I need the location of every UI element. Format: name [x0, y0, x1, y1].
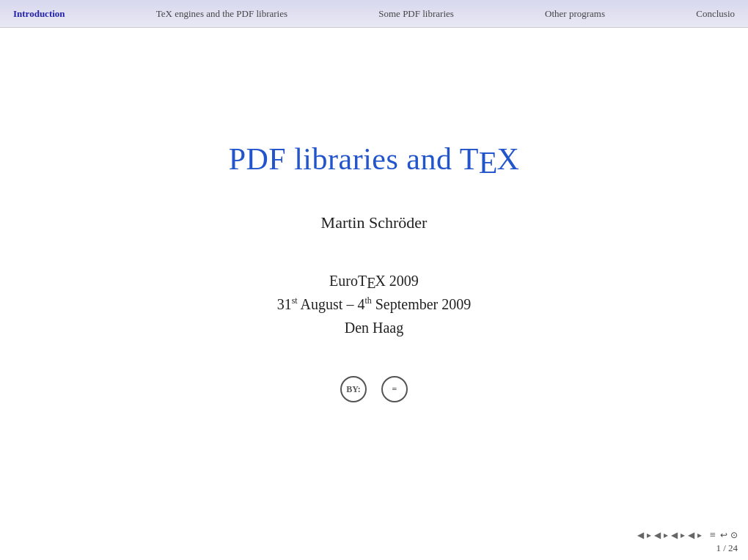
title-text-prefix: PDF libraries and T — [229, 142, 479, 176]
author-name: Martin Schröder — [321, 213, 428, 232]
search-icon[interactable]: ↩ — [720, 530, 727, 541]
license-icons: BY: = — [340, 376, 408, 402]
conf-tex-x-suffix: X 2009 — [375, 273, 418, 289]
arrow-right-4[interactable]: ▸ — [697, 530, 703, 541]
page-separator: / — [723, 542, 726, 553]
conference-info: EuroTEX 2009 31st August – 4th September… — [277, 269, 472, 339]
conference-line3: Den Haag — [277, 316, 472, 339]
nav-item-other-programs[interactable]: Other programs — [539, 5, 611, 23]
arrow-left-2[interactable]: ◀ — [653, 530, 661, 541]
sup-th: th — [364, 295, 371, 306]
license-by-label: BY: — [346, 384, 361, 395]
arrow-left-1[interactable]: ◀ — [637, 530, 645, 541]
nav-item-intro[interactable]: Introduction — [7, 5, 71, 23]
conference-line2: 31st August – 4th September 2009 — [277, 292, 472, 316]
menu-icon[interactable]: ≡ — [710, 529, 716, 541]
arrow-left-3[interactable]: ◀ — [670, 530, 678, 541]
license-eq-icon: = — [381, 376, 408, 402]
nav-item-conclusion[interactable]: Conclusio — [690, 5, 741, 23]
nav-item-pdf-libs[interactable]: Some PDF libraries — [373, 5, 460, 23]
title-tex-x: X — [497, 142, 520, 176]
conf-eurotex-prefix: EuroT — [329, 273, 367, 289]
zoom-icon[interactable]: ⊙ — [730, 530, 738, 541]
conf-tex-e: E — [367, 275, 375, 291]
arrow-right-1[interactable]: ▸ — [646, 530, 652, 541]
license-eq-label: = — [392, 384, 397, 395]
page-indicator: 1 / 24 — [716, 542, 738, 554]
arrow-right-2[interactable]: ▸ — [663, 530, 669, 541]
slide-title: PDF libraries and TEX — [229, 141, 520, 177]
conference-line1: EuroTEX 2009 — [277, 269, 472, 292]
page-total: 24 — [728, 542, 738, 553]
license-by-icon: BY: — [340, 376, 367, 402]
bottom-controls: ◀ ▸ ◀ ▸ ◀ ▸ ◀ ▸ ≡ ↩ ⊙ 1 / 24 — [0, 529, 748, 554]
slide-content: PDF libraries and TEX Martin Schröder Eu… — [0, 28, 748, 560]
navigation-bar: Introduction TeX engines and the PDF lib… — [0, 0, 748, 28]
arrow-left-4[interactable]: ◀ — [687, 530, 695, 541]
sup-st: st — [292, 295, 298, 306]
nav-item-tex-engines[interactable]: TeX engines and the PDF libraries — [150, 5, 293, 23]
arrow-right-3[interactable]: ▸ — [680, 530, 686, 541]
page-current: 1 — [716, 542, 721, 553]
nav-arrows: ◀ ▸ ◀ ▸ ◀ ▸ ◀ ▸ ≡ ↩ ⊙ — [637, 529, 738, 541]
title-tex-e: E — [479, 146, 497, 180]
